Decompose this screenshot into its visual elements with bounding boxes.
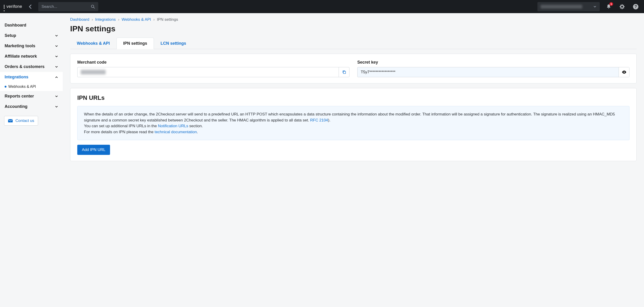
info-paragraph-2: You can set up additional IPN URLs in th… — [84, 123, 623, 129]
active-dot-icon — [4, 86, 6, 88]
secret-key-input-group: T5y7***************** — [357, 67, 630, 77]
credentials-card: Merchant code XXXXXX Secret key T5y7****… — [70, 54, 636, 83]
tab-webhooks-api[interactable]: Webhooks & API — [70, 37, 116, 49]
secret-key-label: Secret key — [357, 60, 630, 65]
chevron-down-icon — [55, 95, 58, 98]
sidebar-item-integrations[interactable]: Integrations — [0, 72, 63, 82]
contact-us-button[interactable]: Contact us — [4, 116, 38, 126]
account-selector-value — [541, 5, 582, 8]
sidebar-item-accounting[interactable]: Accounting — [0, 101, 63, 112]
info-paragraph-3: For more details on IPN please read the … — [84, 129, 623, 135]
merchant-code-field: Merchant code XXXXXX — [77, 60, 350, 77]
notifications-button[interactable]: 1 — [604, 2, 613, 11]
technical-documentation-link[interactable]: technical documentation — [154, 130, 197, 134]
sidebar-subitem-webhooks-api[interactable]: Webhooks & API — [0, 82, 63, 91]
breadcrumb-link[interactable]: Integrations — [95, 17, 116, 22]
tab-ipn-settings[interactable]: IPN settings — [116, 37, 154, 49]
sidebar-subitem-label: Webhooks & API — [8, 85, 36, 89]
sidebar-item-label: Marketing tools — [4, 43, 35, 48]
search-input[interactable] — [42, 4, 91, 9]
ipn-info-box: When the details of an order change, the… — [77, 106, 630, 140]
copy-icon — [342, 70, 346, 74]
reveal-secret-key-button[interactable] — [619, 67, 629, 77]
breadcrumb-separator-icon: › — [118, 17, 120, 22]
chevron-up-icon — [55, 76, 58, 79]
sidebar-item-label: Affiliate network — [4, 54, 37, 59]
help-icon: ? — [632, 3, 639, 10]
rfc-link[interactable]: RFC 2104 — [310, 118, 328, 122]
tab-lcn-settings[interactable]: LCN settings — [154, 37, 193, 49]
contact-us-label: Contact us — [16, 118, 34, 123]
svg-text:?: ? — [634, 4, 637, 9]
chevron-down-icon — [593, 5, 596, 8]
breadcrumb: Dashboard › Integrations › Webhooks & AP… — [70, 17, 636, 22]
help-button[interactable]: ? — [631, 2, 640, 11]
tabs: Webhooks & API IPN settings LCN settings — [70, 37, 636, 49]
merchant-code-input-group: XXXXXX — [77, 67, 350, 77]
breadcrumb-separator-icon: › — [92, 17, 93, 22]
sidebar-item-label: Setup — [4, 33, 16, 38]
account-selector[interactable] — [538, 2, 600, 11]
sidebar-item-reports-center[interactable]: Reports center — [0, 91, 63, 101]
breadcrumb-separator-icon: › — [154, 17, 155, 22]
sidebar: Dashboard Setup Marketing tools Affiliat… — [0, 13, 63, 307]
sidebar-item-label: Integrations — [4, 75, 28, 79]
breadcrumb-link[interactable]: Dashboard — [70, 17, 89, 22]
copy-merchant-code-button[interactable] — [338, 67, 349, 77]
chevron-down-icon — [55, 44, 58, 48]
main-content: Dashboard › Integrations › Webhooks & AP… — [63, 13, 644, 307]
chevron-down-icon — [55, 55, 58, 58]
search-icon — [91, 4, 95, 9]
sidebar-item-setup[interactable]: Setup — [0, 30, 63, 41]
gear-icon — [619, 4, 625, 10]
ipn-urls-card: IPN URLs When the details of an order ch… — [70, 88, 636, 161]
chevron-down-icon — [55, 34, 58, 37]
chevron-left-icon — [28, 4, 32, 9]
sidebar-item-orders-customers[interactable]: Orders & customers — [0, 61, 63, 72]
logo-mark-icon — [4, 5, 4, 8]
breadcrumb-link[interactable]: Webhooks & API — [122, 17, 151, 22]
add-ipn-url-button[interactable]: Add IPN URL — [77, 145, 110, 155]
info-paragraph-1: When the details of an order change, the… — [84, 111, 623, 123]
chevron-down-icon — [55, 105, 58, 108]
page-title: IPN settings — [70, 24, 636, 33]
topbar: verifone 1 ? — [0, 0, 644, 13]
sidebar-item-label: Dashboard — [4, 23, 26, 28]
brand-name: verifone — [6, 4, 22, 9]
sidebar-item-affiliate-network[interactable]: Affiliate network — [0, 51, 63, 61]
svg-point-0 — [91, 5, 94, 7]
chevron-down-icon — [55, 65, 58, 68]
secret-key-field: Secret key T5y7***************** — [357, 60, 630, 77]
sidebar-collapse-button[interactable] — [27, 2, 34, 11]
brand-logo[interactable]: verifone — [4, 4, 22, 9]
secret-key-value[interactable]: T5y7***************** — [358, 67, 619, 77]
ipn-urls-title: IPN URLs — [77, 94, 630, 101]
svg-rect-4 — [8, 119, 13, 122]
svg-line-1 — [94, 7, 95, 8]
eye-icon — [622, 70, 626, 74]
sidebar-item-label: Reports center — [4, 94, 34, 99]
sidebar-item-marketing-tools[interactable]: Marketing tools — [0, 41, 63, 51]
search-box[interactable] — [38, 2, 98, 11]
breadcrumb-current: IPN settings — [157, 17, 178, 22]
svg-point-6 — [624, 72, 624, 73]
merchant-code-value[interactable]: XXXXXX — [78, 67, 338, 77]
sidebar-item-dashboard[interactable]: Dashboard — [0, 20, 63, 30]
settings-button[interactable] — [618, 2, 626, 11]
notification-badge: 1 — [610, 2, 613, 6]
sidebar-item-label: Orders & customers — [4, 64, 44, 69]
mail-icon — [8, 119, 13, 122]
merchant-code-label: Merchant code — [77, 60, 350, 65]
svg-rect-5 — [343, 71, 346, 73]
notification-urls-link[interactable]: Notification URLs — [158, 124, 188, 128]
sidebar-item-label: Accounting — [4, 104, 28, 109]
